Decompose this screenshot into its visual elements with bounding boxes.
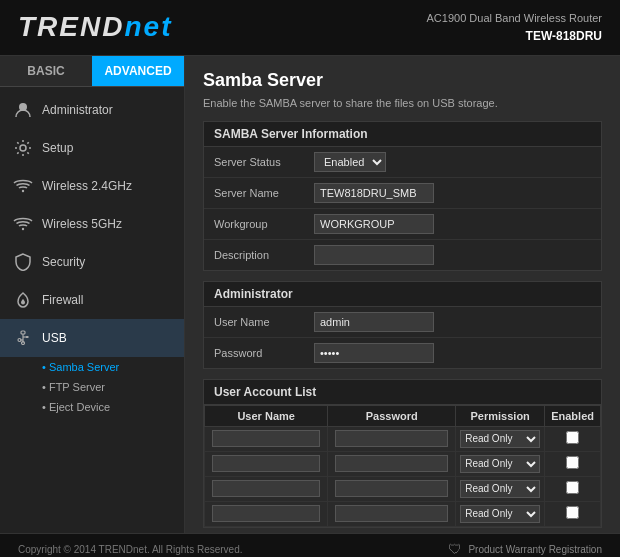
admin-password-input[interactable]	[314, 343, 434, 363]
user-password-2[interactable]	[335, 455, 448, 472]
user-enabled-2[interactable]	[566, 456, 579, 469]
user-permission-3[interactable]: Read OnlyRead/Write	[460, 480, 540, 498]
server-name-label: Server Name	[214, 187, 314, 199]
user-account-table: User Name Password Permission Enabled Re…	[204, 405, 601, 527]
server-status-label: Server Status	[214, 156, 314, 168]
header: TRENDnet AC1900 Dual Band Wireless Route…	[0, 0, 620, 56]
user-account-title: User Account List	[204, 380, 601, 405]
description-row: Description	[204, 240, 601, 270]
svg-point-3	[22, 227, 24, 229]
user-permission-4[interactable]: Read OnlyRead/Write	[460, 505, 540, 523]
col-password: Password	[328, 405, 456, 426]
tab-advanced[interactable]: ADVANCED	[92, 56, 184, 86]
samba-section: SAMBA Server Information Server Status E…	[203, 121, 602, 271]
description-input[interactable]	[314, 245, 434, 265]
sidebar-item-wireless24-label: Wireless 2.4GHz	[42, 179, 132, 193]
page-title: Samba Server	[203, 70, 602, 91]
footer-right: 🛡 Product Warranty Registration	[448, 541, 602, 557]
admin-username-label: User Name	[214, 316, 314, 328]
workgroup-row: Workgroup	[204, 209, 601, 240]
user-password-4[interactable]	[335, 505, 448, 522]
table-row: Read OnlyRead/Write	[205, 501, 601, 526]
device-title: AC1900 Dual Band Wireless Router	[427, 10, 602, 27]
admin-username-row: User Name	[204, 307, 601, 338]
server-name-input[interactable]	[314, 183, 434, 203]
server-status-select[interactable]: Enabled Disabled	[314, 152, 386, 172]
col-username: User Name	[205, 405, 328, 426]
device-info: AC1900 Dual Band Wireless Router TEW-818…	[427, 10, 602, 45]
user-username-3[interactable]	[212, 480, 321, 497]
user-account-section: User Account List User Name Password Per…	[203, 379, 602, 528]
sidebar-subitem-eject[interactable]: Eject Device	[0, 397, 184, 417]
admin-section-title: Administrator	[204, 282, 601, 307]
user-username-2[interactable]	[212, 455, 321, 472]
admin-password-row: Password	[204, 338, 601, 368]
sidebar-item-usb[interactable]: USB	[0, 319, 184, 357]
shield-icon: 🛡	[448, 541, 462, 557]
user-password-1[interactable]	[335, 430, 448, 447]
user-permission-2[interactable]: Read OnlyRead/Write	[460, 455, 540, 473]
sidebar-item-setup[interactable]: Setup	[0, 129, 184, 167]
table-row: Read OnlyRead/Write	[205, 476, 601, 501]
server-name-row: Server Name	[204, 178, 601, 209]
sidebar-item-usb-label: USB	[42, 331, 67, 345]
logo-tren: TREND	[18, 11, 124, 42]
admin-password-label: Password	[214, 347, 314, 359]
samba-section-title: SAMBA Server Information	[204, 122, 601, 147]
tab-bar: BASIC ADVANCED	[0, 56, 184, 87]
usb-icon	[12, 327, 34, 349]
footer-product-reg: Product Warranty Registration	[468, 544, 602, 555]
sidebar-item-firewall[interactable]: Firewall	[0, 281, 184, 319]
user-permission-1[interactable]: Read OnlyRead/Write	[460, 430, 540, 448]
sidebar-subitem-samba[interactable]: Samba Server	[0, 357, 184, 377]
footer-copyright: Copyright © 2014 TRENDnet. All Rights Re…	[18, 544, 243, 555]
tab-basic[interactable]: BASIC	[0, 56, 92, 86]
svg-point-1	[20, 145, 26, 151]
user-username-1[interactable]	[212, 430, 321, 447]
logo-net: net	[124, 11, 172, 42]
col-enabled: Enabled	[545, 405, 601, 426]
workgroup-label: Workgroup	[214, 218, 314, 230]
admin-section: Administrator User Name Password	[203, 281, 602, 369]
user-password-3[interactable]	[335, 480, 448, 497]
sidebar-nav: Administrator Setup Wireless 2.4GHz Wire…	[0, 87, 184, 421]
logo: TRENDnet	[18, 11, 172, 43]
svg-point-9	[18, 338, 21, 341]
sidebar-item-setup-label: Setup	[42, 141, 73, 155]
sidebar-item-wireless24[interactable]: Wireless 2.4GHz	[0, 167, 184, 205]
content-area: Samba Server Enable the SAMBA server to …	[185, 56, 620, 533]
administrator-icon	[12, 99, 34, 121]
footer: Copyright © 2014 TRENDnet. All Rights Re…	[0, 533, 620, 558]
security-icon	[12, 251, 34, 273]
device-model: TEW-818DRU	[427, 27, 602, 45]
server-status-row: Server Status Enabled Disabled	[204, 147, 601, 178]
description-label: Description	[214, 249, 314, 261]
wireless24-icon	[12, 175, 34, 197]
wireless5-icon	[12, 213, 34, 235]
sidebar-item-administrator[interactable]: Administrator	[0, 91, 184, 129]
user-enabled-4[interactable]	[566, 506, 579, 519]
admin-username-input[interactable]	[314, 312, 434, 332]
sidebar-item-security[interactable]: Security	[0, 243, 184, 281]
user-enabled-1[interactable]	[566, 431, 579, 444]
sidebar: BASIC ADVANCED Administrator Setup Wir	[0, 56, 185, 533]
user-enabled-3[interactable]	[566, 481, 579, 494]
sidebar-subitem-ftp[interactable]: FTP Server	[0, 377, 184, 397]
user-username-4[interactable]	[212, 505, 321, 522]
table-row: Read OnlyRead/Write	[205, 426, 601, 451]
sidebar-item-wireless5-label: Wireless 5GHz	[42, 217, 122, 231]
firewall-icon	[12, 289, 34, 311]
page-description: Enable the SAMBA server to share the fil…	[203, 97, 602, 109]
sidebar-item-firewall-label: Firewall	[42, 293, 83, 307]
sidebar-item-administrator-label: Administrator	[42, 103, 113, 117]
svg-rect-7	[26, 336, 29, 338]
col-permission: Permission	[456, 405, 545, 426]
svg-point-2	[22, 189, 24, 191]
table-row: Read OnlyRead/Write	[205, 451, 601, 476]
setup-icon	[12, 137, 34, 159]
main-layout: BASIC ADVANCED Administrator Setup Wir	[0, 56, 620, 533]
sidebar-item-security-label: Security	[42, 255, 85, 269]
workgroup-input[interactable]	[314, 214, 434, 234]
sidebar-item-wireless5[interactable]: Wireless 5GHz	[0, 205, 184, 243]
svg-rect-4	[21, 331, 25, 334]
